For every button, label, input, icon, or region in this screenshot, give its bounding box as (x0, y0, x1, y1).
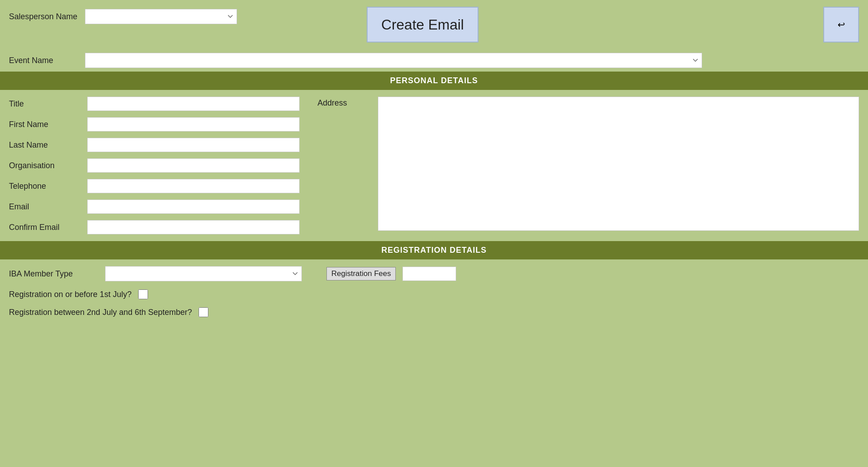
first-name-label: First Name (9, 120, 80, 129)
last-name-row: Last Name (9, 138, 300, 152)
address-label: Address (318, 97, 371, 108)
registration-details-body: IBA Member Type Registration Fees Regist… (0, 259, 868, 332)
salesperson-label: Salesperson Name (9, 12, 80, 21)
registration-details-header: REGISTRATION DETAILS (0, 241, 868, 259)
first-name-input[interactable] (87, 117, 300, 132)
iba-member-row: IBA Member Type Registration Fees (9, 266, 859, 281)
reg-before-july-checkbox[interactable] (138, 289, 148, 299)
first-name-row: First Name (9, 117, 300, 132)
top-right-button[interactable]: ↩ (823, 7, 859, 42)
reg-before-july-row: Registration on or before 1st July? (9, 289, 859, 299)
left-fields: Title First Name Last Name Organisation … (9, 97, 300, 234)
reg-between-dates-row: Registration between 2nd July and 6th Se… (9, 307, 859, 317)
address-section: Address (318, 97, 859, 234)
title-row: Title (9, 97, 300, 111)
telephone-label: Telephone (9, 182, 80, 191)
personal-details-body: Title First Name Last Name Organisation … (0, 90, 868, 241)
confirm-email-input[interactable] (87, 220, 300, 234)
organisation-input[interactable] (87, 158, 300, 173)
email-input[interactable] (87, 200, 300, 214)
reg-between-dates-checkbox[interactable] (199, 307, 208, 317)
address-textarea[interactable] (378, 97, 859, 231)
create-email-button[interactable]: Create Email (367, 7, 478, 42)
page-wrapper: Salesperson Name Create Email ↩ Event Na… (0, 0, 868, 336)
organisation-label: Organisation (9, 161, 80, 170)
iba-member-select[interactable] (105, 266, 302, 281)
salesperson-group: Salesperson Name (9, 9, 237, 24)
personal-details-header: PERSONAL DETAILS (0, 72, 868, 90)
top-right-icon: ↩ (838, 19, 845, 30)
event-name-section: Event Name (0, 49, 868, 72)
salesperson-select[interactable] (85, 9, 237, 24)
telephone-row: Telephone (9, 179, 300, 193)
email-label: Email (9, 202, 80, 212)
event-name-select[interactable] (85, 53, 702, 68)
last-name-label: Last Name (9, 140, 80, 150)
registration-fees-input[interactable] (402, 267, 456, 281)
telephone-input[interactable] (87, 179, 300, 193)
confirm-email-row: Confirm Email (9, 220, 300, 234)
reg-before-july-label: Registration on or before 1st July? (9, 290, 131, 299)
iba-member-label: IBA Member Type (9, 269, 98, 279)
registration-fees-label: Registration Fees (326, 267, 396, 280)
title-label: Title (9, 99, 80, 109)
reg-between-dates-label: Registration between 2nd July and 6th Se… (9, 308, 192, 317)
organisation-row: Organisation (9, 158, 300, 173)
title-input[interactable] (87, 97, 300, 111)
email-row: Email (9, 200, 300, 214)
event-name-label: Event Name (9, 56, 80, 65)
last-name-input[interactable] (87, 138, 300, 152)
confirm-email-label: Confirm Email (9, 223, 80, 232)
top-section: Salesperson Name Create Email ↩ (0, 4, 868, 49)
